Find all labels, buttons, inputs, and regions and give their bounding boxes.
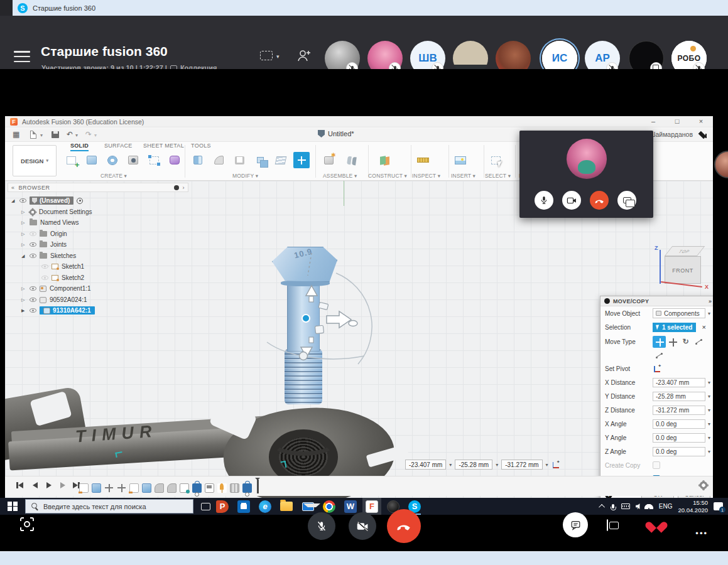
press-pull-icon[interactable]: [190, 151, 206, 169]
collapse-icon[interactable]: «: [11, 185, 15, 191]
chevron-down-icon[interactable]: ▾: [496, 462, 498, 468]
z-angle-input[interactable]: 0.0 deg: [653, 447, 705, 456]
activate-radio-icon[interactable]: [77, 198, 83, 204]
clear-selection-icon[interactable]: ×: [702, 323, 705, 331]
tray-expand-icon[interactable]: [599, 504, 605, 510]
timeline-settings-gear-icon[interactable]: [700, 482, 708, 490]
joint-icon[interactable]: [341, 151, 357, 169]
expander-icon[interactable]: ▶: [21, 308, 26, 313]
pip-camera-button[interactable]: [562, 191, 581, 210]
taskbar-app-mail[interactable]: [298, 498, 317, 515]
browser-item-sketches[interactable]: ◢ Sketches: [21, 251, 76, 261]
taskbar-app-explorer[interactable]: [277, 498, 296, 515]
combine-icon[interactable]: [252, 151, 268, 169]
pivot-icon[interactable]: ✦: [551, 461, 560, 469]
measure-icon[interactable]: [415, 151, 431, 169]
visibility-eye-icon[interactable]: [19, 198, 26, 203]
more-options-icon[interactable]: •••: [695, 529, 708, 538]
call-pip-overlay[interactable]: [519, 131, 653, 218]
timeline-step-forward-button[interactable]: [60, 482, 65, 488]
y-distance-float-input[interactable]: -25.28 mm: [455, 460, 492, 470]
move-object-select[interactable]: Components: [653, 308, 705, 318]
y-distance-input[interactable]: -25.28 mm: [653, 392, 705, 401]
mic-muted-button[interactable]: [308, 512, 335, 540]
chevron-down-icon[interactable]: ▾: [708, 449, 710, 455]
minimize-button[interactable]: –: [644, 116, 663, 127]
menu-icon[interactable]: [14, 51, 30, 62]
taskbar-app-edge[interactable]: e: [256, 498, 274, 515]
taskbar-app-powerpoint[interactable]: P: [213, 498, 232, 515]
chevron-down-icon[interactable]: ▾: [708, 394, 710, 399]
insert-group-label[interactable]: INSERT ▾: [451, 173, 475, 179]
tray-volume-icon[interactable]: ): [636, 503, 639, 509]
form-icon[interactable]: [166, 151, 183, 169]
timeline-sketch-item[interactable]: [79, 483, 89, 493]
timeline-step-back-button[interactable]: [33, 482, 38, 488]
file-menu-icon[interactable]: [30, 131, 36, 139]
timeline-joint-item[interactable]: [180, 483, 189, 493]
browser-item-named-views[interactable]: ▷ Named Views: [21, 218, 79, 227]
timeline-extrude-item[interactable]: [142, 483, 151, 493]
visibility-eye-icon-off[interactable]: [41, 276, 48, 280]
browser-panel-header[interactable]: « BROWSER ›: [8, 183, 188, 192]
modify-group-label[interactable]: MODIFY ▾: [232, 173, 258, 179]
insert-image-icon[interactable]: [452, 151, 469, 169]
chevron-down-icon[interactable]: ▾: [75, 132, 78, 138]
move-copy-icon-active[interactable]: [293, 151, 310, 169]
workspace-selector[interactable]: DESIGN ▾: [13, 145, 57, 176]
timeline-move-item[interactable]: [117, 483, 126, 493]
timeline-flag-item[interactable]: [205, 483, 214, 493]
timeline-ground-item[interactable]: [242, 483, 252, 493]
taskbar-search-input[interactable]: Введите здесь текст для поиска: [25, 499, 193, 514]
chevron-down-icon[interactable]: ▾: [546, 462, 548, 468]
timeline-skip-end-button[interactable]: [73, 482, 80, 488]
selection-chip[interactable]: 1 selected: [653, 323, 696, 332]
dock-icon[interactable]: »: [709, 298, 711, 304]
chevron-down-icon[interactable]: ▾: [708, 380, 710, 385]
viewcube-top-face[interactable]: TOP: [665, 246, 705, 256]
undo-icon[interactable]: ↶: [67, 130, 73, 139]
chevron-down-icon[interactable]: ▾: [708, 407, 710, 413]
create-group-label[interactable]: CREATE ▾: [101, 173, 127, 179]
expander-icon[interactable]: ◢: [21, 254, 26, 259]
panel-chevron-icon[interactable]: ›: [183, 185, 185, 191]
app-grid-icon[interactable]: ▦: [13, 130, 19, 139]
tray-mic-icon[interactable]: [612, 504, 614, 508]
pip-hangup-button[interactable]: [590, 191, 609, 210]
task-view-icon[interactable]: [201, 503, 210, 510]
chevron-down-icon[interactable]: ▾: [708, 435, 710, 441]
timeline-skip-start-button[interactable]: [16, 482, 23, 488]
move-type-translate-icon[interactable]: [666, 336, 679, 348]
chevron-down-icon[interactable]: ▾: [94, 132, 97, 138]
browser-item-sketch2[interactable]: Sketch2: [41, 273, 84, 282]
save-icon[interactable]: [52, 131, 59, 138]
move-type-point-icon[interactable]: [692, 336, 705, 348]
timeline-position-marker[interactable]: [257, 480, 259, 493]
move-type-free-icon[interactable]: [653, 336, 666, 348]
create-copy-checkbox[interactable]: [653, 461, 660, 469]
timeline-play-button[interactable]: [46, 482, 52, 488]
browser-item-90592A024[interactable]: ▷ 90592A024:1: [21, 295, 87, 304]
timeline-fillet-item[interactable]: [167, 483, 177, 493]
revolve-icon[interactable]: [104, 151, 121, 169]
select-group-label[interactable]: SELECT ▾: [485, 173, 511, 179]
visibility-eye-icon[interactable]: [30, 254, 36, 258]
fillet-icon[interactable]: [210, 151, 227, 169]
expander-icon[interactable]: ▷: [21, 210, 26, 215]
set-pivot-icon[interactable]: ✦: [653, 365, 661, 373]
tray-network-icon[interactable]: [644, 504, 653, 509]
visibility-eye-icon-off[interactable]: [30, 232, 36, 236]
pattern-icon[interactable]: [146, 151, 162, 169]
hole-icon[interactable]: [125, 151, 141, 169]
move-manipulator[interactable]: [264, 248, 402, 374]
expander-icon[interactable]: ▷: [21, 298, 26, 303]
share-screen-button[interactable]: [607, 520, 608, 531]
z-distance-input[interactable]: -31.272 mm: [653, 406, 705, 415]
new-component-icon[interactable]: [320, 151, 337, 169]
tray-clock[interactable]: 15:50 20.04.2020: [678, 499, 708, 514]
snapshot-icon[interactable]: [18, 515, 36, 534]
tray-keyboard-icon[interactable]: [621, 503, 630, 509]
x-distance-input[interactable]: -23.407 mm: [653, 378, 705, 387]
camera-muted-button[interactable]: [349, 512, 376, 540]
redo-icon[interactable]: ↷: [85, 130, 92, 139]
